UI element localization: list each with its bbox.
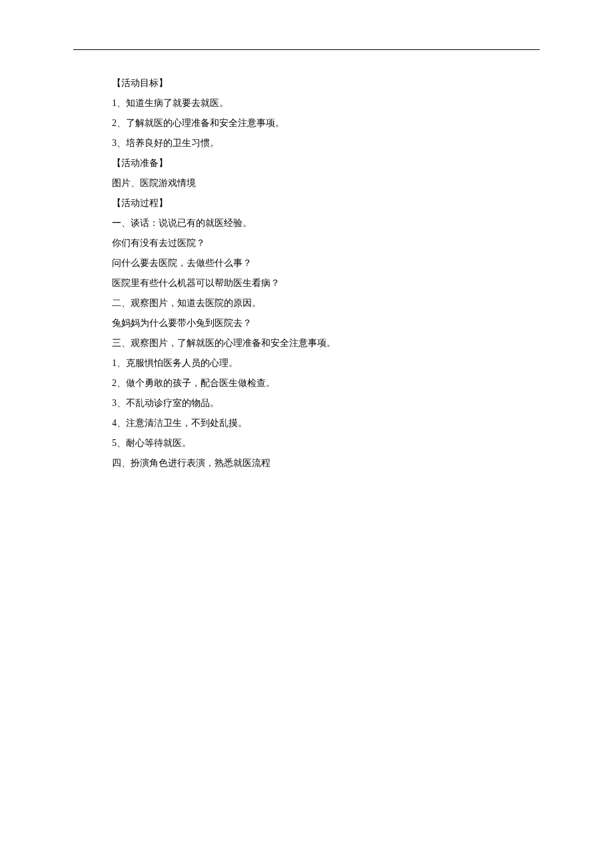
process-item: 2、做个勇敢的孩子，配合医生做检查。 xyxy=(112,374,540,393)
process-item: 3、不乱动诊疗室的物品。 xyxy=(112,394,540,413)
process-item: 4、注意清洁卫生，不到处乱摸。 xyxy=(112,414,540,433)
process-item: 问什么要去医院，去做些什么事？ xyxy=(112,254,540,273)
section-heading-process: 【活动过程】 xyxy=(112,194,540,213)
process-item: 兔妈妈为什么要带小兔到医院去？ xyxy=(112,314,540,333)
header-divider xyxy=(73,49,540,50)
process-item: 一、谈话：说说已有的就医经验。 xyxy=(112,214,540,233)
document-content: 【活动目标】 1、知道生病了就要去就医。 2、了解就医的心理准备和安全注意事项。… xyxy=(73,74,540,473)
section-heading-preparation: 【活动准备】 xyxy=(112,154,540,173)
process-item: 5、耐心等待就医。 xyxy=(112,434,540,453)
goals-item: 2、了解就医的心理准备和安全注意事项。 xyxy=(112,114,540,133)
goals-item: 1、知道生病了就要去就医。 xyxy=(112,94,540,113)
process-item: 三、观察图片，了解就医的心理准备和安全注意事项。 xyxy=(112,334,540,353)
process-item: 四、扮演角色进行表演，熟悉就医流程 xyxy=(112,454,540,473)
section-heading-goals: 【活动目标】 xyxy=(112,74,540,93)
process-item: 医院里有些什么机器可以帮助医生看病？ xyxy=(112,274,540,293)
preparation-item: 图片、医院游戏情境 xyxy=(112,174,540,193)
process-item: 你们有没有去过医院？ xyxy=(112,234,540,253)
document-page: 【活动目标】 1、知道生病了就要去就医。 2、了解就医的心理准备和安全注意事项。… xyxy=(0,0,613,501)
goals-item: 3、培养良好的卫生习惯。 xyxy=(112,134,540,153)
process-item: 1、克服惧怕医务人员的心理。 xyxy=(112,354,540,373)
process-item: 二、观察图片，知道去医院的原因。 xyxy=(112,294,540,313)
